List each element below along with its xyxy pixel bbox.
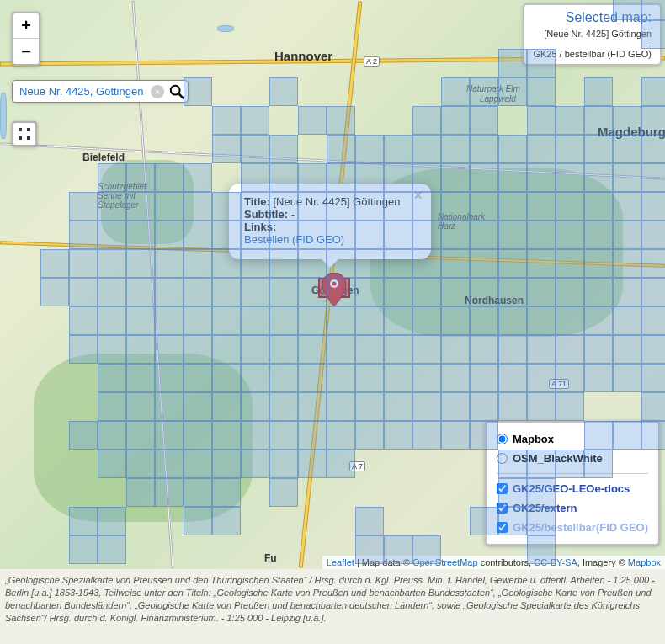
- grid-cell[interactable]: [441, 335, 470, 364]
- grid-cell[interactable]: [212, 249, 241, 278]
- grid-cell[interactable]: [355, 192, 384, 221]
- grid-cell[interactable]: [527, 335, 556, 364]
- grid-cell[interactable]: [584, 450, 613, 478]
- grid-cell[interactable]: [498, 507, 527, 535]
- grid-cell[interactable]: [269, 163, 298, 192]
- grid-cell[interactable]: [212, 306, 241, 335]
- grid-cell[interactable]: [184, 450, 212, 478]
- grid-cell[interactable]: [327, 335, 355, 364]
- grid-cell[interactable]: [384, 535, 412, 564]
- grid-cell[interactable]: [470, 192, 498, 221]
- grid-cell[interactable]: [126, 392, 155, 421]
- grid-cell[interactable]: [69, 421, 98, 450]
- grid-cell[interactable]: [498, 221, 527, 249]
- grid-cell[interactable]: [384, 421, 412, 450]
- grid-cell[interactable]: [269, 221, 298, 249]
- grid-cell[interactable]: [269, 335, 298, 364]
- grid-cell[interactable]: [498, 163, 527, 192]
- grid-cell[interactable]: [327, 249, 355, 278]
- grid-cell[interactable]: [155, 249, 184, 278]
- grid-cell[interactable]: [641, 306, 665, 335]
- grid-cell[interactable]: [613, 364, 641, 392]
- grid-cell[interactable]: [126, 335, 155, 364]
- grid-cell[interactable]: [184, 249, 212, 278]
- grid-cell[interactable]: [470, 135, 498, 163]
- grid-cell[interactable]: [412, 535, 441, 564]
- grid-cell[interactable]: [556, 106, 584, 135]
- grid-cell[interactable]: [327, 421, 355, 450]
- grid-cell[interactable]: [641, 278, 665, 306]
- grid-cell[interactable]: [298, 450, 327, 478]
- grid-cell[interactable]: [498, 249, 527, 278]
- grid-cell[interactable]: [212, 278, 241, 306]
- grid-cell[interactable]: [556, 249, 584, 278]
- grid-cell[interactable]: [184, 507, 212, 535]
- grid-cell[interactable]: [641, 364, 665, 392]
- grid-cell[interactable]: [269, 450, 298, 478]
- grid-cell[interactable]: [327, 221, 355, 249]
- grid-cell[interactable]: [470, 106, 498, 135]
- grid-cell[interactable]: [155, 421, 184, 450]
- grid-cell[interactable]: [241, 192, 269, 221]
- grid-cell[interactable]: [527, 106, 556, 135]
- grid-cell[interactable]: [412, 278, 441, 306]
- grid-cell[interactable]: [527, 77, 556, 106]
- grid-cell[interactable]: [613, 221, 641, 249]
- grid-cell[interactable]: [412, 335, 441, 364]
- grid-cell[interactable]: [126, 364, 155, 392]
- grid-cell[interactable]: [212, 135, 241, 163]
- grid-cell[interactable]: [241, 364, 269, 392]
- grid-cell[interactable]: [241, 450, 269, 478]
- grid-cell[interactable]: [269, 421, 298, 450]
- grid-cell[interactable]: [327, 192, 355, 221]
- grid-cell[interactable]: [641, 392, 665, 421]
- zoom-out-button[interactable]: −: [13, 39, 39, 64]
- grid-cell[interactable]: [212, 192, 241, 221]
- grid-cell[interactable]: [184, 421, 212, 450]
- grid-cell[interactable]: [298, 364, 327, 392]
- grid-cell[interactable]: [641, 335, 665, 364]
- grid-cell[interactable]: [69, 249, 98, 278]
- grid-cell[interactable]: [527, 192, 556, 221]
- grid-cell[interactable]: [556, 306, 584, 335]
- grid-cell[interactable]: [498, 278, 527, 306]
- grid-cell[interactable]: [498, 77, 527, 106]
- grid-cell[interactable]: [613, 278, 641, 306]
- grid-cell[interactable]: [126, 450, 155, 478]
- search-icon[interactable]: [169, 84, 184, 99]
- grid-cell[interactable]: [384, 221, 412, 249]
- grid-cell[interactable]: [298, 421, 327, 450]
- grid-cell[interactable]: [155, 364, 184, 392]
- grid-cell[interactable]: [441, 392, 470, 421]
- grid-cell[interactable]: [641, 192, 665, 221]
- grid-cell[interactable]: [527, 221, 556, 249]
- fullscreen-button[interactable]: [12, 121, 37, 146]
- grid-cell[interactable]: [527, 163, 556, 192]
- grid-cell[interactable]: [412, 249, 441, 278]
- grid-cell[interactable]: [98, 392, 126, 421]
- grid-cell[interactable]: [355, 221, 384, 249]
- grid-cell[interactable]: [498, 306, 527, 335]
- grid-cell[interactable]: [584, 221, 613, 249]
- grid-cell[interactable]: [241, 335, 269, 364]
- grid-cell[interactable]: [298, 221, 327, 249]
- grid-cell[interactable]: [556, 364, 584, 392]
- grid-cell[interactable]: [298, 392, 327, 421]
- grid-cell[interactable]: [441, 221, 470, 249]
- grid-cell[interactable]: [155, 335, 184, 364]
- grid-cell[interactable]: [584, 77, 613, 106]
- grid-cell[interactable]: [327, 163, 355, 192]
- grid-cell[interactable]: [155, 278, 184, 306]
- grid-cell[interactable]: [327, 392, 355, 421]
- grid-cell[interactable]: [355, 249, 384, 278]
- grid-cell[interactable]: [126, 249, 155, 278]
- grid-cell[interactable]: [355, 535, 384, 564]
- attrib-leaflet-link[interactable]: Leaflet: [327, 557, 354, 567]
- grid-cell[interactable]: [584, 192, 613, 221]
- grid-cell[interactable]: [613, 135, 641, 163]
- grid-cell[interactable]: [527, 249, 556, 278]
- grid-cell[interactable]: [327, 450, 355, 478]
- grid-cell[interactable]: [556, 192, 584, 221]
- grid-cell[interactable]: [641, 249, 665, 278]
- grid-cell[interactable]: [298, 192, 327, 221]
